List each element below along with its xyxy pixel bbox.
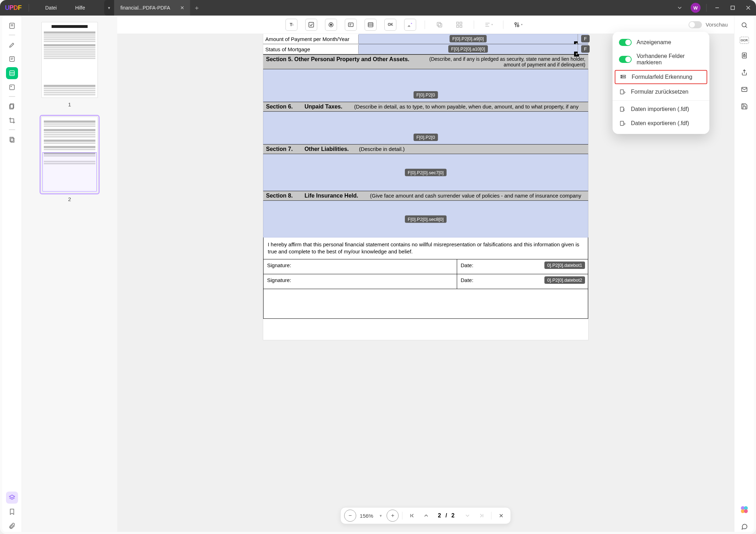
- date-1-cell: Date: 0].P2[0].datebot1: [457, 259, 588, 274]
- tab-list-dropdown[interactable]: ▼: [104, 0, 114, 16]
- svg-point-45: [621, 76, 622, 76]
- titlebar: UPDF Datei Hilfe ▼ financial...PDFA-PDFA…: [0, 0, 756, 16]
- attachment-icon[interactable]: [6, 520, 18, 532]
- form-field-f2[interactable]: F: [578, 44, 588, 54]
- toggle-on-icon[interactable]: [619, 56, 632, 63]
- signature-field-button[interactable]: [404, 19, 416, 31]
- close-bottombar-button[interactable]: ✕: [495, 510, 507, 522]
- svg-point-29: [411, 23, 412, 24]
- checkbox-button[interactable]: [305, 19, 317, 31]
- right-tool-rail: OCR: [734, 16, 754, 532]
- form-field-f1[interactable]: F: [578, 34, 588, 44]
- svg-rect-49: [620, 121, 624, 125]
- svg-point-40: [517, 25, 519, 27]
- comment-tool-icon[interactable]: [6, 53, 18, 65]
- ocr-icon[interactable]: OCR: [740, 37, 749, 44]
- svg-point-52: [742, 23, 746, 27]
- svg-rect-10: [10, 71, 14, 75]
- search-icon[interactable]: [739, 20, 750, 30]
- form-settings-menu: Anzeigename Vorhandene Felder markieren …: [613, 32, 709, 134]
- grid-field-button: [453, 19, 465, 31]
- field-tag: F[0].P2[0: [414, 91, 438, 99]
- field-tag: F[0].P2[0: [414, 134, 438, 141]
- zoom-level[interactable]: 156%: [358, 513, 374, 519]
- text-field-button[interactable]: TI: [285, 19, 297, 31]
- form-field-a10[interactable]: F[0].P2[0].a10[0] +: [359, 44, 578, 54]
- field-tag: F[0].P2[0].a9[0]: [450, 35, 487, 42]
- svg-point-60: [744, 509, 748, 513]
- svg-rect-30: [438, 23, 442, 27]
- zoom-dropdown-icon[interactable]: ▼: [377, 514, 385, 518]
- tab-close-icon[interactable]: ✕: [178, 4, 187, 11]
- window-close-button[interactable]: [740, 0, 756, 16]
- edit-tool-icon[interactable]: [6, 81, 18, 93]
- toggle-on-icon[interactable]: [619, 39, 632, 46]
- protect-icon[interactable]: [739, 50, 750, 61]
- first-page-button[interactable]: [406, 510, 418, 522]
- section-8-field[interactable]: F[0].P2[0].sec8[0]: [263, 201, 588, 237]
- titlebar-chevron-icon[interactable]: [672, 2, 688, 14]
- preview-toggle[interactable]: Vorschau: [689, 21, 728, 28]
- bottom-navigation-bar: − 156% ▼ + 2 / 2 ✕: [340, 507, 511, 524]
- menu-highlight-fields[interactable]: Vorhandene Felder markieren: [613, 49, 709, 69]
- bookmark-icon[interactable]: [6, 506, 18, 518]
- organize-tool-icon[interactable]: [6, 100, 18, 112]
- zoom-out-button[interactable]: −: [344, 510, 356, 522]
- section-7-field[interactable]: F[0].P2[0].sec7[0]: [263, 154, 588, 191]
- form-settings-button[interactable]: ▾: [512, 19, 524, 31]
- section-6-field[interactable]: F[0].P2[0: [263, 112, 588, 144]
- radio-button[interactable]: [325, 19, 337, 31]
- menu-reset-form[interactable]: Formular zurücksetzen: [613, 85, 709, 99]
- reader-tool-icon[interactable]: [6, 20, 18, 32]
- window-minimize-button[interactable]: [709, 0, 725, 16]
- svg-rect-33: [460, 22, 462, 24]
- menu-import-data[interactable]: Daten importieren (.fdf): [613, 102, 709, 116]
- last-page-button: [476, 510, 488, 522]
- ai-assistant-icon[interactable]: [739, 504, 750, 515]
- redact-tool-icon[interactable]: [6, 134, 18, 146]
- new-tab-button[interactable]: ＋: [190, 0, 203, 16]
- form-toolbar: TI OK ▾ ▾ Vorschau: [117, 16, 734, 34]
- layers-icon[interactable]: [6, 492, 18, 504]
- dropdown-button[interactable]: [345, 19, 357, 31]
- menu-help[interactable]: Hilfe: [66, 5, 94, 11]
- preview-switch-icon[interactable]: [689, 21, 702, 28]
- mail-icon[interactable]: [739, 84, 750, 95]
- menu-recognize-fields[interactable]: Formularfeld Erkennung: [615, 70, 707, 84]
- crop-tool-icon[interactable]: [6, 115, 18, 127]
- feedback-icon[interactable]: [739, 521, 750, 532]
- share-icon[interactable]: [739, 67, 750, 78]
- svg-rect-20: [309, 22, 314, 27]
- form-tool-icon[interactable]: [6, 67, 18, 79]
- page-indicator[interactable]: 2 / 2: [435, 512, 460, 519]
- field-tag: F: [581, 35, 590, 42]
- svg-rect-55: [743, 55, 745, 57]
- zoom-in-button[interactable]: +: [387, 510, 399, 522]
- page-thumbnail-1[interactable]: [41, 22, 98, 98]
- highlight-tool-icon[interactable]: [6, 39, 18, 51]
- menu-display-name[interactable]: Anzeigename: [613, 35, 709, 49]
- export-icon: [619, 120, 626, 127]
- window-maximize-button[interactable]: [725, 0, 740, 16]
- svg-rect-48: [620, 107, 624, 111]
- section-5-field[interactable]: F[0].P2[0: [263, 69, 588, 102]
- svg-point-22: [330, 24, 332, 25]
- document-tab[interactable]: financial...PDFA-PDFA ✕: [114, 0, 190, 16]
- ok-button-field[interactable]: OK: [384, 19, 396, 31]
- save-icon[interactable]: [739, 101, 750, 112]
- svg-marker-19: [9, 495, 14, 498]
- svg-rect-1: [731, 6, 734, 10]
- prev-page-button[interactable]: [420, 510, 432, 522]
- svg-line-53: [745, 26, 747, 28]
- menu-file[interactable]: Datei: [36, 5, 66, 11]
- svg-rect-32: [457, 22, 459, 24]
- svg-rect-13: [10, 85, 14, 89]
- svg-rect-7: [10, 57, 14, 61]
- listbox-button[interactable]: [365, 19, 377, 31]
- form-field-a9[interactable]: F[0].P2[0].a9[0] +: [359, 34, 578, 44]
- menu-export-data[interactable]: Daten exportieren (.fdf): [613, 116, 709, 130]
- user-avatar[interactable]: W: [691, 3, 701, 13]
- page-thumbnail-2[interactable]: [41, 117, 98, 193]
- thumbnail-label: 2: [68, 196, 71, 202]
- section-7-header: Section 7. Other Liabilities. (Describe …: [263, 144, 588, 154]
